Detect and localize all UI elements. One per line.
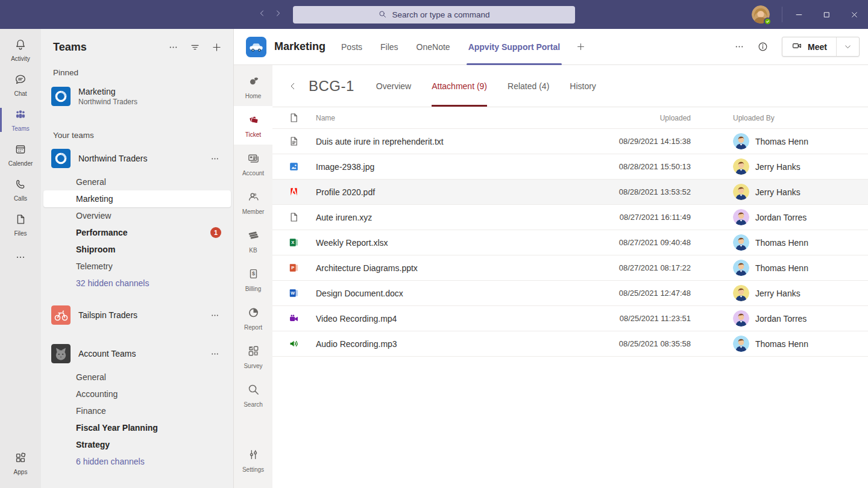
portal-item-account[interactable]: Account	[234, 145, 272, 183]
attachment-row[interactable]: W Design Document.docx 08/25/2021 12:47:…	[272, 281, 868, 306]
video-camera-icon	[791, 40, 802, 53]
pinned-section-label: Pinned	[41, 58, 233, 82]
portal-item-survey[interactable]: Survey	[234, 337, 272, 376]
user-avatar[interactable]	[752, 5, 770, 23]
portal-item-billing[interactable]: $ Billing	[234, 260, 272, 299]
channel-tab-posts[interactable]: Posts	[341, 29, 362, 65]
channel-item-fiscal-year-planning[interactable]: Fiscal Year Planning	[43, 419, 231, 436]
tailspin-logo	[51, 305, 71, 325]
chevron-left-icon[interactable]	[258, 9, 266, 20]
rail-item-activity[interactable]: Activity	[0, 33, 41, 67]
team-row-northwind-traders[interactable]: Northwind Traders	[41, 145, 233, 172]
channel-item-strategy[interactable]: Strategy	[43, 436, 231, 453]
attachment-row[interactable]: Profile 2020.pdf 08/28/2021 13:53:52 Jer…	[272, 180, 868, 205]
plus-icon[interactable]	[211, 42, 222, 53]
chevron-left-icon[interactable]	[288, 65, 298, 107]
attachment-row[interactable]: Duis aute irure in reprehenderit.txt 08/…	[272, 129, 868, 154]
attachment-row[interactable]: X Weekly Report.xlsx 08/27/2021 09:40:48…	[272, 230, 868, 255]
svg-text:W: W	[291, 291, 295, 296]
meet-button[interactable]: Meet	[782, 37, 837, 56]
marketing-car-logo	[246, 37, 266, 57]
team-row-marketing[interactable]: Marketing Northwind Traders	[41, 82, 233, 110]
uploader-avatar	[733, 260, 749, 276]
rail-item-chat[interactable]: Chat	[0, 67, 41, 102]
channel-tab-onenote[interactable]: OneNote	[417, 29, 450, 65]
channel-item-overview[interactable]: Overview	[43, 207, 231, 224]
rail-item-calender[interactable]: Calender	[0, 137, 41, 172]
channel-item-finance[interactable]: Finance	[43, 402, 231, 419]
search-input[interactable]: Search or type a command	[293, 6, 575, 23]
channel-item-performance[interactable]: Performance 1	[43, 224, 231, 241]
channel-tab-appvity-support-portal[interactable]: Appvity Support Portal	[468, 29, 560, 65]
rail-item-files[interactable]: Files	[0, 207, 41, 242]
chevron-down-icon[interactable]	[837, 37, 859, 56]
column-header-name[interactable]: Name	[316, 114, 588, 122]
rail-item-label: Apps	[14, 469, 28, 475]
attachment-row[interactable]: Video Recording.mp4 08/25/2021 11:23:51 …	[272, 306, 868, 331]
channel-item-telemetry[interactable]: Telemetry	[43, 258, 231, 275]
txt-file-icon	[288, 136, 316, 147]
rail-item-apps[interactable]: Apps	[0, 446, 41, 481]
rail-item-calls[interactable]: Calls	[0, 172, 41, 207]
uploader-name: Thomas Henn	[755, 263, 808, 273]
portal-item-label: Billing	[245, 286, 262, 292]
portal-item-member[interactable]: Member	[234, 183, 272, 222]
attachment-uploaded-date: 08/27/2021 08:17:22	[588, 263, 691, 272]
attachment-uploaded-date: 08/27/2021 09:40:48	[588, 238, 691, 247]
maximize-icon[interactable]	[813, 0, 840, 29]
portal-item-settings[interactable]: Settings	[234, 441, 272, 480]
column-header-uploaded-by[interactable]: Uploaded By	[733, 114, 868, 122]
channel-item-32-hidden-channels[interactable]: 32 hidden channels	[43, 275, 231, 292]
portal-item-report[interactable]: Report	[234, 299, 272, 337]
portal-item-home[interactable]: Home	[234, 67, 272, 106]
more-dots-icon[interactable]	[0, 247, 41, 267]
filter-icon[interactable]	[189, 42, 201, 53]
minimize-icon[interactable]	[785, 0, 813, 29]
column-header-uploaded[interactable]: Uploaded	[588, 114, 691, 122]
attachment-file-name: Architecture Diagrams.pptx	[316, 263, 588, 273]
attachment-row[interactable]: Image-2938.jpg 08/28/2021 15:50:13 Jerry…	[272, 154, 868, 180]
channel-label: General	[76, 177, 106, 187]
channel-tab-files[interactable]: Files	[380, 29, 398, 65]
portal-item-ticket[interactable]: Ticket	[234, 106, 272, 145]
uploader-avatar	[733, 310, 749, 327]
info-icon[interactable]	[757, 41, 769, 52]
ticket-header: BCG-1 OverviewAttachment (9)Related (4)H…	[272, 65, 868, 107]
more-dots-icon[interactable]	[734, 41, 745, 52]
portal-item-search[interactable]: Search	[234, 376, 272, 414]
more-dots-icon[interactable]	[168, 42, 179, 53]
account-card-icon	[247, 151, 260, 167]
plus-icon[interactable]	[576, 42, 586, 52]
channel-item-shiproom[interactable]: Shiproom	[43, 241, 231, 258]
ticket-tab-history[interactable]: History	[570, 65, 596, 107]
attachment-row[interactable]: Aute iruren.xyz 08/27/2021 16:11:49 Jord…	[272, 205, 868, 230]
channel-item-accounting[interactable]: Accounting	[43, 386, 231, 402]
close-icon[interactable]	[840, 0, 868, 29]
ticket-tab-overview[interactable]: Overview	[376, 65, 411, 107]
rail-item-teams[interactable]: Teams	[0, 102, 41, 137]
word-file-icon: W	[288, 287, 316, 299]
uploader-name: Jerry Hanks	[755, 289, 800, 298]
channel-item-6-hidden-channels[interactable]: 6 hidden channels	[43, 453, 231, 470]
account-teams-logo	[51, 344, 71, 363]
channel-item-general[interactable]: General	[43, 174, 231, 190]
team-more-options-button[interactable]	[210, 154, 220, 164]
channel-item-marketing[interactable]: Marketing	[43, 190, 231, 207]
table-header-row: Name Uploaded Uploaded By	[272, 107, 868, 129]
chevron-right-icon[interactable]	[274, 9, 282, 20]
attachment-row[interactable]: Audio Recording.mp3 08/25/2021 08:35:58 …	[272, 331, 868, 357]
team-row-account-teams[interactable]: Account Teams	[41, 340, 233, 368]
team-more-options-button[interactable]	[210, 310, 220, 321]
channel-item-general[interactable]: General	[43, 369, 231, 386]
survey-icon	[247, 344, 260, 360]
ticket-tab-attachment-9-[interactable]: Attachment (9)	[432, 65, 487, 107]
portal-item-kb[interactable]: KB	[234, 222, 272, 260]
rail-item-label: Chat	[14, 90, 27, 97]
team-more-options-button[interactable]	[210, 349, 220, 359]
powerpoint-file-icon: P	[288, 262, 316, 274]
attachment-row[interactable]: P Architecture Diagrams.pptx 08/27/2021 …	[272, 255, 868, 281]
kb-books-icon	[247, 228, 260, 245]
portal-item-label: Ticket	[245, 131, 261, 138]
team-row-tailspin-traders[interactable]: Tailspin Traders	[41, 301, 233, 329]
ticket-tab-related-4-[interactable]: Related (4)	[508, 65, 549, 107]
